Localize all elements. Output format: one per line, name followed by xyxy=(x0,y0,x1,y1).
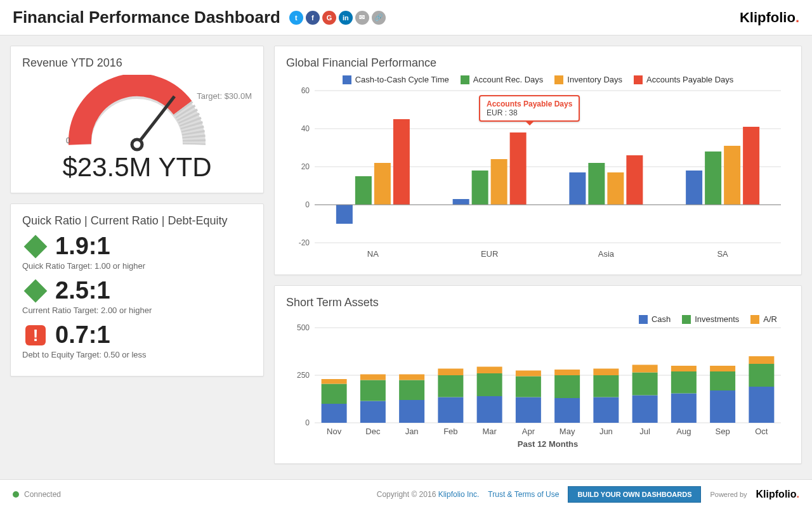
ratios-card: Quick Ratio | Current Ratio | Debt-Equit… xyxy=(10,203,264,377)
diamond-icon xyxy=(22,233,49,260)
svg-rect-81 xyxy=(671,366,697,371)
sta-chart[interactable]: 0250500NovDecJanFebMarAprMayJunJulAugSep… xyxy=(286,324,787,451)
legend-item[interactable]: Investments xyxy=(682,314,739,324)
svg-rect-34 xyxy=(743,127,759,205)
quick-ratio-note: Quick Ratio Target: 1.00 or higher xyxy=(22,261,252,271)
svg-text:60: 60 xyxy=(301,86,310,95)
svg-rect-73 xyxy=(593,369,619,376)
legend-item[interactable]: Cash-to-Cash Cycle Time xyxy=(343,75,449,84)
googleplus-icon[interactable]: G xyxy=(322,11,336,25)
revenue-value: $23.5M YTD xyxy=(63,152,212,183)
twitter-icon[interactable]: t xyxy=(289,11,303,25)
gauge-zero: 0 xyxy=(66,136,70,145)
card-title: Revenue YTD 2016 xyxy=(22,56,252,70)
svg-text:Oct: Oct xyxy=(755,427,768,436)
svg-rect-23 xyxy=(491,159,508,205)
svg-text:Nov: Nov xyxy=(327,427,342,436)
svg-text:0: 0 xyxy=(305,418,310,427)
copyright-text: Copyright © 2016 Klipfolio Inc. xyxy=(377,490,480,499)
svg-rect-28 xyxy=(607,172,624,205)
svg-rect-44 xyxy=(322,384,347,404)
debt-equity-note: Debt to Equity Target: 0.50 or less xyxy=(22,350,252,359)
build-dashboards-button[interactable]: BUILD YOUR OWN DASHBOARDS xyxy=(568,486,701,503)
gfp-card: Global Financial Performance Cash-to-Cas… xyxy=(274,46,802,275)
klipfolio-link[interactable]: Klipfolio Inc. xyxy=(438,490,480,499)
svg-rect-47 xyxy=(360,401,386,423)
svg-rect-71 xyxy=(593,397,619,423)
svg-rect-67 xyxy=(554,398,580,423)
svg-rect-68 xyxy=(554,375,580,398)
brand-logo: Klipfolio. xyxy=(740,10,799,26)
facebook-icon[interactable]: f xyxy=(306,11,320,25)
link-icon[interactable]: 🔗 xyxy=(372,11,386,25)
legend-item[interactable]: Cash xyxy=(639,314,671,324)
svg-rect-87 xyxy=(749,387,774,423)
svg-text:Jul: Jul xyxy=(639,427,650,436)
svg-rect-22 xyxy=(472,171,488,205)
diamond-icon xyxy=(22,278,49,304)
svg-rect-3 xyxy=(24,279,48,302)
legend-item[interactable]: Inventory Days xyxy=(554,75,622,84)
legend-item[interactable]: A/R xyxy=(750,314,777,324)
svg-rect-64 xyxy=(516,377,541,397)
quick-ratio-value: 1.9:1 xyxy=(55,233,110,260)
svg-text:Past 12 Months: Past 12 Months xyxy=(518,439,578,449)
svg-text:Sep: Sep xyxy=(716,427,730,436)
svg-rect-32 xyxy=(705,151,721,205)
svg-rect-49 xyxy=(360,375,386,380)
svg-rect-56 xyxy=(438,375,463,397)
svg-rect-27 xyxy=(588,163,605,205)
svg-rect-79 xyxy=(671,394,697,423)
svg-rect-89 xyxy=(749,356,774,364)
svg-text:20: 20 xyxy=(301,162,310,171)
svg-text:Feb: Feb xyxy=(443,427,457,436)
svg-rect-80 xyxy=(671,371,697,394)
svg-rect-21 xyxy=(453,199,469,205)
svg-rect-63 xyxy=(516,397,541,423)
legend-item[interactable]: Account Rec. Days xyxy=(461,75,544,84)
linkedin-icon[interactable]: in xyxy=(339,11,353,25)
terms-link[interactable]: Trust & Terms of Use xyxy=(488,490,559,499)
svg-rect-85 xyxy=(710,366,735,371)
status-dot-icon xyxy=(13,491,19,498)
svg-rect-59 xyxy=(477,396,502,423)
svg-rect-83 xyxy=(710,390,735,423)
sta-legend: CashInvestmentsA/R xyxy=(286,314,790,324)
svg-rect-2 xyxy=(24,235,48,258)
gfp-chart[interactable]: -200204060NAEURAsiaSA xyxy=(286,84,787,262)
svg-rect-17 xyxy=(355,176,372,205)
legend-item[interactable]: Accounts Payable Days xyxy=(634,75,733,84)
svg-rect-29 xyxy=(626,155,643,205)
email-icon[interactable]: ✉ xyxy=(355,11,369,25)
svg-rect-55 xyxy=(438,397,463,423)
svg-point-1 xyxy=(132,139,142,150)
svg-rect-24 xyxy=(510,132,527,205)
svg-text:0: 0 xyxy=(305,200,310,209)
svg-rect-31 xyxy=(686,171,702,205)
svg-rect-60 xyxy=(477,373,502,396)
svg-rect-51 xyxy=(399,400,424,423)
svg-rect-84 xyxy=(710,371,735,390)
svg-rect-65 xyxy=(516,371,541,377)
svg-rect-48 xyxy=(360,380,386,401)
powered-by-text: Powered by xyxy=(710,491,747,498)
current-ratio-value: 2.5:1 xyxy=(55,277,110,304)
quick-ratio-row: 1.9:1 xyxy=(22,233,252,260)
svg-text:250: 250 xyxy=(297,371,310,380)
svg-rect-26 xyxy=(569,172,586,205)
svg-text:!: ! xyxy=(33,326,39,345)
current-ratio-note: Current Ratio Target: 2.00 or higher xyxy=(22,306,252,315)
revenue-gauge: 0 xyxy=(42,75,232,157)
page-title: Financial Performance Dashboard xyxy=(13,8,280,27)
social-share: t f G in ✉ 🔗 xyxy=(289,11,386,25)
svg-text:Dec: Dec xyxy=(365,427,381,436)
svg-text:NA: NA xyxy=(367,249,379,259)
sta-card: Short Term Assets CashInvestmentsA/R 025… xyxy=(274,285,802,464)
card-title: Short Term Assets xyxy=(286,296,790,309)
svg-text:Mar: Mar xyxy=(482,427,497,436)
svg-text:Asia: Asia xyxy=(598,249,615,259)
current-ratio-row: 2.5:1 xyxy=(22,277,252,304)
svg-text:SA: SA xyxy=(717,249,728,259)
alert-icon: ! xyxy=(22,322,49,349)
svg-rect-43 xyxy=(322,404,347,423)
